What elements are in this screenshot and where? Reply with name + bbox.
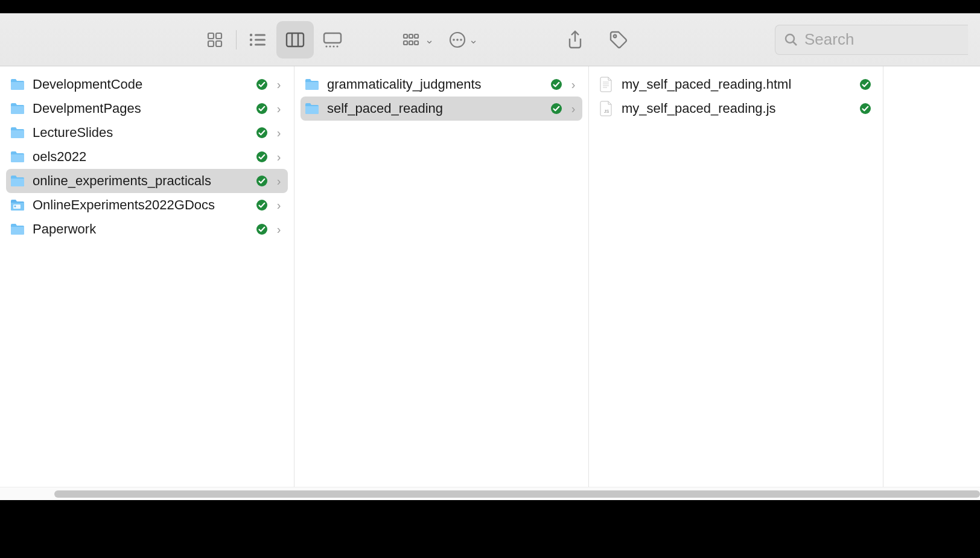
toolbar: ⌄ ⌄ [0,13,980,66]
column-browser: DevelopmentCode›DevelpmentPages›LectureS… [0,66,980,500]
item-label: oels2022 [33,149,249,165]
item-label: my_self_paced_reading.js [622,101,853,116]
svg-point-26 [456,39,459,41]
item-label: LectureSlides [33,125,249,141]
svg-rect-22 [409,41,413,45]
sync-status-icon [255,198,269,212]
chevron-down-icon: ⌄ [469,33,478,46]
chevron-right-icon: › [275,223,283,236]
gallery-view-button[interactable] [314,21,351,59]
chevron-right-icon: › [275,102,283,116]
folder-icon [8,102,27,115]
icon-view-button[interactable] [196,21,234,59]
column-view-button[interactable] [276,21,314,59]
item-label: Paperwork [33,221,249,237]
chevron-right-icon: › [275,150,283,164]
folder-item[interactable]: LectureSlides› [6,121,288,145]
sync-status-icon [550,78,563,91]
svg-line-30 [793,42,797,45]
folder-icon [8,174,27,188]
chevron-right-icon: › [275,174,283,188]
svg-rect-5 [255,34,266,36]
svg-point-27 [460,39,462,41]
chevron-right-icon: › [275,198,283,212]
file-icon [597,77,616,92]
svg-rect-10 [287,33,304,46]
action-menu-button[interactable] [446,21,469,59]
folder-item[interactable]: Paperwork› [6,217,288,241]
chevron-down-icon: ⌄ [425,33,434,46]
svg-point-16 [332,45,334,47]
folder-icon [8,78,27,91]
group-by-button[interactable] [399,21,425,59]
svg-rect-3 [216,41,221,46]
svg-point-4 [250,33,252,36]
chevron-right-icon: › [569,78,578,92]
chevron-right-icon: › [569,102,578,116]
item-label: self_paced_reading [327,101,544,116]
item-label: DevelpmentPages [33,101,249,116]
svg-rect-9 [255,43,266,45]
svg-point-6 [250,38,252,40]
svg-rect-7 [255,39,266,40]
file-item[interactable]: JSmy_self_paced_reading.js [595,97,877,121]
folder-icon [8,198,27,212]
column-2[interactable]: grammaticality_judgments›self_paced_read… [294,66,589,500]
chevron-right-icon: › [275,126,283,140]
folder-icon [8,223,27,236]
folder-item[interactable]: oels2022› [6,145,288,169]
svg-point-17 [336,45,338,47]
folder-icon [303,102,321,115]
sync-status-icon [859,78,872,91]
sync-status-icon [550,102,563,115]
folder-item[interactable]: grammaticality_judgments› [301,72,582,97]
search-icon [784,33,798,47]
folder-item[interactable]: online_experiments_practicals› [6,169,288,193]
folder-icon [303,78,321,91]
view-mode-group [196,21,351,59]
tags-button[interactable] [600,21,637,59]
sync-status-icon [255,78,269,91]
svg-point-25 [453,39,455,41]
svg-rect-23 [415,41,418,45]
svg-rect-19 [409,34,413,38]
sync-status-icon [255,102,269,115]
list-view-button[interactable] [239,21,276,59]
svg-point-29 [786,34,794,43]
svg-rect-0 [208,33,214,39]
sync-status-icon [859,102,872,115]
svg-rect-18 [404,34,407,38]
horizontal-scrollbar[interactable] [0,487,980,500]
folder-icon [8,126,27,139]
column-1[interactable]: DevelopmentCode›DevelpmentPages›LectureS… [0,66,294,500]
search-field[interactable] [775,25,968,55]
svg-point-8 [250,43,252,45]
svg-rect-1 [216,33,221,39]
svg-rect-13 [324,33,341,43]
sync-status-icon [255,150,269,163]
sync-status-icon [255,174,269,188]
svg-text:JS: JS [604,109,609,113]
folder-item[interactable]: DevelpmentPages› [6,97,288,121]
sync-status-icon [255,223,269,236]
svg-rect-21 [404,41,407,45]
file-item[interactable]: my_self_paced_reading.html [595,72,877,97]
svg-point-37 [14,206,16,208]
svg-rect-2 [208,41,214,46]
chevron-right-icon: › [275,78,283,92]
search-input[interactable] [804,30,949,49]
folder-item[interactable]: OnlineExperiments2022GDocs› [6,193,288,217]
folder-item[interactable]: self_paced_reading› [301,97,582,121]
folder-icon [8,150,27,163]
svg-point-28 [614,34,616,37]
item-label: grammaticality_judgments [327,77,544,92]
svg-rect-20 [415,34,418,38]
scrollbar-thumb[interactable] [54,490,980,498]
item-label: online_experiments_practicals [33,173,249,189]
finder-window: ⌄ ⌄ [0,13,980,500]
folder-item[interactable]: DevelopmentCode› [6,72,288,97]
column-3[interactable]: my_self_paced_reading.htmlJSmy_self_pace… [589,66,883,500]
svg-point-15 [329,45,331,47]
item-label: OnlineExperiments2022GDocs [33,197,249,213]
share-button[interactable] [556,21,594,59]
